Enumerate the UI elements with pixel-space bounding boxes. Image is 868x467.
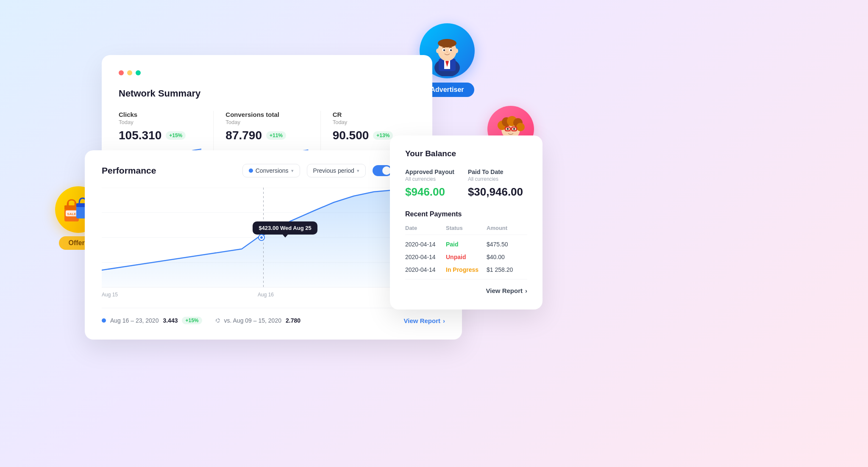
metric-clicks-badge: +15% bbox=[166, 131, 186, 140]
cumulative-toggle[interactable] bbox=[373, 165, 392, 176]
view-report-label: View Report bbox=[404, 317, 440, 324]
paid-to-date-label: Paid To Date bbox=[468, 169, 523, 175]
approved-payout-label: Approved Payout bbox=[405, 169, 454, 175]
balance-row: Approved Payout All currencies $946.00 P… bbox=[405, 169, 527, 199]
svg-point-8 bbox=[443, 50, 445, 51]
filter-conversions-label: Conversions bbox=[256, 167, 289, 174]
balance-title: Your Balance bbox=[405, 149, 527, 158]
period-dot-1 bbox=[102, 318, 106, 323]
period-dot-2 bbox=[216, 318, 220, 323]
svg-point-24 bbox=[513, 128, 515, 130]
payment-amount-2: $40.00 bbox=[487, 254, 527, 260]
metric-clicks-value: 105.310 bbox=[119, 129, 161, 142]
scene: Advertiser bbox=[0, 0, 868, 467]
col-amount: Amount bbox=[487, 225, 527, 231]
payment-row-3: 2020-04-14 In Progress $1 258.20 bbox=[405, 266, 527, 273]
metric-conversions-period: Today bbox=[225, 119, 308, 125]
dot-minimize bbox=[127, 70, 132, 75]
payment-date-1: 2020-04-14 bbox=[405, 241, 446, 248]
balance-view-report-label: View Report bbox=[486, 287, 523, 294]
period1-value: 3.443 bbox=[163, 317, 178, 324]
metric-clicks-label: Clicks bbox=[119, 111, 201, 118]
payment-amount-3: $1 258.20 bbox=[487, 266, 527, 273]
payments-header: Date Status Amount bbox=[405, 225, 527, 235]
col-date: Date bbox=[405, 225, 446, 231]
tooltip-value: $423.00 bbox=[259, 225, 280, 231]
period2-label: vs. Aug 09 – 15, 2020 bbox=[224, 317, 281, 324]
payment-date-3: 2020-04-14 bbox=[405, 266, 446, 273]
x-label-aug16: Aug 16 bbox=[258, 292, 274, 298]
metric-cr-label: CR bbox=[333, 111, 415, 118]
filter-previous-btn[interactable]: Previous period ▾ bbox=[307, 164, 366, 177]
payment-amount-1: $475.50 bbox=[487, 241, 527, 248]
balance-card: Your Balance Approved Payout All currenc… bbox=[390, 135, 542, 309]
payment-row-1: 2020-04-14 Paid $475.50 bbox=[405, 241, 527, 248]
payment-date-2: 2020-04-14 bbox=[405, 254, 446, 260]
payment-status-1: Paid bbox=[446, 241, 487, 248]
approved-payout-value: $946.00 bbox=[405, 185, 454, 199]
perf-footer: Aug 16 – 23, 2020 3.443 +15% vs. Aug 09 … bbox=[102, 308, 445, 324]
chart-svg-wrapper bbox=[102, 188, 430, 287]
x-label-aug15: Aug 15 bbox=[102, 292, 118, 298]
filter-previous-label: Previous period bbox=[313, 167, 354, 174]
chevron-down-icon-2: ▾ bbox=[357, 168, 359, 174]
paid-to-date-item: Paid To Date All currencies $30,946.00 bbox=[468, 169, 523, 199]
payment-row-2: 2020-04-14 Unpaid $40.00 bbox=[405, 254, 527, 260]
chevron-right-icon: › bbox=[443, 317, 445, 324]
metric-clicks-period: Today bbox=[119, 119, 201, 125]
payment-status-3: In Progress bbox=[446, 266, 487, 273]
svg-point-23 bbox=[507, 128, 509, 130]
chevron-right-icon-balance: › bbox=[525, 287, 527, 294]
svg-point-11 bbox=[455, 49, 458, 53]
paid-to-date-sub: All currencies bbox=[468, 176, 523, 182]
paid-to-date-value: $30,946.00 bbox=[468, 185, 523, 199]
tooltip-date: Wed Aug 25 bbox=[280, 225, 312, 231]
metric-cr-value: 90.500 bbox=[333, 129, 369, 142]
payment-status-2: Unpaid bbox=[446, 254, 487, 260]
performance-chart-svg bbox=[102, 188, 430, 287]
recent-payments-title: Recent Payments bbox=[405, 210, 527, 218]
period-stats: Aug 16 – 23, 2020 3.443 +15% vs. Aug 09 … bbox=[102, 317, 300, 324]
dot-maximize bbox=[136, 70, 141, 75]
dot-close bbox=[119, 70, 124, 75]
perf-title: Performance bbox=[102, 166, 156, 176]
metric-cr-badge: +13% bbox=[373, 131, 393, 140]
period1-label: Aug 16 – 23, 2020 bbox=[110, 317, 159, 324]
chart-active-dot bbox=[259, 235, 264, 240]
conversions-dot bbox=[249, 169, 253, 173]
chart-x-labels: Aug 15 Aug 16 Aug 17 bbox=[102, 292, 430, 298]
filter-conversions-btn[interactable]: Conversions ▾ bbox=[242, 164, 300, 177]
period1-badge: +15% bbox=[182, 317, 202, 324]
period2-value: 2.780 bbox=[286, 317, 300, 324]
chevron-down-icon: ▾ bbox=[291, 168, 294, 174]
metric-conversions-label: Conversions total bbox=[225, 111, 308, 118]
window-dots bbox=[119, 70, 415, 75]
period-stat-2: vs. Aug 09 – 15, 2020 2.780 bbox=[216, 317, 301, 324]
svg-point-10 bbox=[436, 49, 440, 53]
metric-conversions-value-row: 87.790 +11% bbox=[225, 129, 308, 142]
metric-conversions-badge: +11% bbox=[266, 131, 286, 140]
period-stat-1: Aug 16 – 23, 2020 3.443 +15% bbox=[102, 317, 202, 324]
approved-payout-item: Approved Payout All currencies $946.00 bbox=[405, 169, 454, 199]
network-summary-title: Network Summary bbox=[119, 88, 415, 99]
approved-payout-sub: All currencies bbox=[405, 176, 454, 182]
col-status: Status bbox=[446, 225, 487, 231]
view-report-btn[interactable]: View Report › bbox=[404, 317, 445, 324]
svg-point-19 bbox=[516, 123, 525, 131]
svg-text:SALE: SALE bbox=[67, 212, 76, 216]
chart-tooltip: $423.00 Wed Aug 25 bbox=[253, 221, 317, 235]
svg-point-5 bbox=[438, 39, 456, 47]
payments-table: Date Status Amount 2020-04-14 Paid $475.… bbox=[405, 225, 527, 273]
svg-point-9 bbox=[450, 50, 452, 51]
metric-conversions-value: 87.790 bbox=[225, 129, 262, 142]
metric-cr-period: Today bbox=[333, 119, 415, 125]
metric-clicks-value-row: 105.310 +15% bbox=[119, 129, 201, 142]
balance-view-report-btn[interactable]: View Report › bbox=[405, 279, 527, 294]
